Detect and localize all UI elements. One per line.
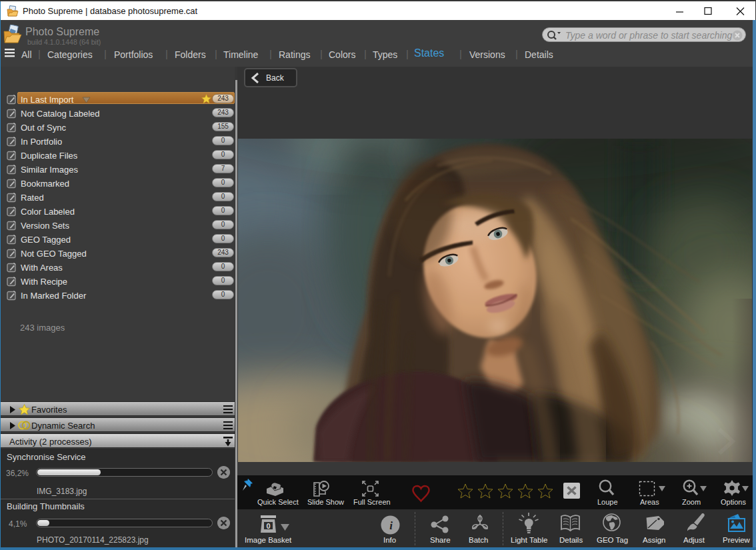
svg-text:i: i (389, 519, 393, 532)
svg-text:0: 0 (266, 522, 270, 530)
